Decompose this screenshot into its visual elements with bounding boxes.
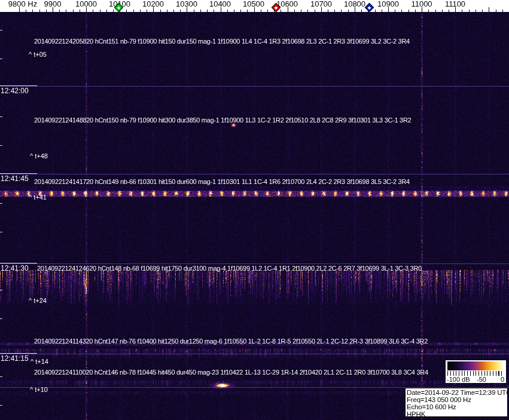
db-color-scale: -100 dB -50 0 — [446, 360, 506, 383]
detection-line-1: 20140922124205820 hCnt151 nb-79 f10900 h… — [34, 38, 410, 45]
db-scale-mid-label: -50 — [477, 376, 486, 383]
time-label-124145: 12:41:45 — [1, 175, 29, 183]
frequency-ruler: 9800 Hz990010000101001020010300104001050… — [0, 0, 509, 12]
freq-label-11000: 11000 — [411, 0, 432, 8]
blue-diamond-marker[interactable] — [364, 3, 374, 13]
time-label-124115: 12:41:15 — [1, 355, 29, 363]
freq-label-10800: 10800 — [344, 0, 365, 8]
event-time-marker-t+24: ^ t+24 — [29, 297, 47, 304]
freq-label-10900: 10900 — [377, 0, 399, 8]
spectrogram-app-window: 9800 Hz990010000101001020010300104001050… — [0, 0, 509, 420]
freq-label-10700: 10700 — [310, 0, 332, 8]
freq-label-9800: 9800 Hz — [8, 0, 37, 8]
event-time-marker-t+48: ^ t+48 — [30, 152, 48, 160]
detection-line-2: 20140922124148820 hCnt150 nb-79 f10900 h… — [34, 117, 411, 124]
info-line-2: Freq=143 050 000 Hz — [407, 396, 507, 403]
detection-line-3: 20140922124141720 hCnt149 nb-66 f10301 h… — [34, 178, 410, 185]
db-scale-min-label: -100 dB — [447, 376, 470, 383]
event-time-marker-t+14: ^ t+14 — [31, 358, 48, 365]
spectrogram-display — [0, 0, 509, 420]
freq-label-10400: 10400 — [209, 0, 231, 8]
info-line-1: Date=2014-09-22 Time=12:39 UTC — [407, 389, 507, 396]
event-time-marker-t+10: ^ t+10 — [30, 386, 48, 393]
event-time-marker-t+05: ^ t+05 — [29, 51, 47, 58]
detection-line-4: 20140922124124620 hCnt148 nb-68 f10699 h… — [37, 265, 422, 272]
time-label-124130: 12:41:30 — [1, 265, 29, 272]
freq-label-9900: 9900 — [44, 0, 62, 8]
db-gradient-bar — [447, 361, 504, 370]
red-diamond-marker-core — [274, 6, 278, 10]
green-diamond-marker-core — [117, 6, 120, 10]
info-line-4: HPHK — [407, 410, 507, 418]
freq-label-10500: 10500 — [243, 0, 264, 8]
info-line-3: Echo=10 600 Hz — [407, 403, 507, 410]
detection-line-6: 20140922124110020 hCnt146 nb-78 f10445 h… — [34, 369, 428, 376]
status-info-box: Date=2014-09-22 Time=12:39 UTCFreq=143 0… — [405, 388, 508, 417]
blue-diamond-marker-core — [367, 6, 371, 10]
time-label-124200: 12:42:00 — [1, 87, 29, 95]
detection-line-5: 20140922124114320 hCnt147 nb-76 f10400 h… — [34, 338, 428, 345]
db-scale-ticks — [447, 371, 504, 376]
freq-label-10200: 10200 — [142, 0, 164, 8]
freq-label-10000: 10000 — [75, 0, 97, 8]
freq-label-11100: 11100 — [445, 0, 465, 8]
db-scale-max-label: 0 — [501, 376, 504, 383]
event-time-marker-t+41: ^ t+41 — [29, 194, 47, 201]
freq-label-10300: 10300 — [176, 0, 197, 8]
